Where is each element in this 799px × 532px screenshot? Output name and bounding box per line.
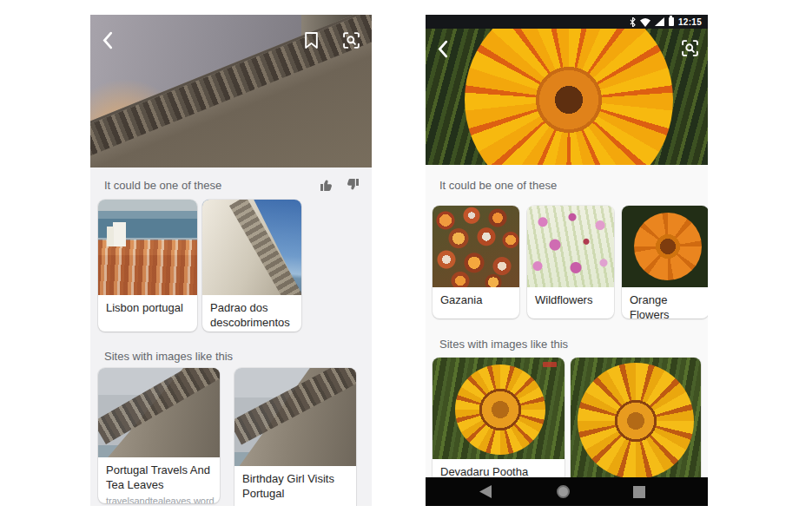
site-domain: travelsandtealeaves.word... <box>98 493 220 503</box>
wildflowers-thumbnail <box>527 206 614 287</box>
visual-search-icon <box>681 39 699 57</box>
suggestion-card-wildflowers[interactable]: Wildflowers <box>527 206 614 319</box>
battery-icon <box>669 17 674 26</box>
card-label: Orange Flowers <box>622 287 708 319</box>
suggestions-heading-row: It could be one of these <box>104 178 360 192</box>
query-image-flower <box>426 29 708 165</box>
gazania-flower-shape <box>465 29 673 165</box>
site-cards-row: Portugal Travels And Tea Leaves travelsa… <box>98 368 356 506</box>
visual-search-button[interactable] <box>342 31 360 53</box>
right-screenshot: 12:15 It could be one of these Gazania <box>426 15 708 506</box>
signal-icon <box>655 17 664 26</box>
suggestion-card-orange-flowers[interactable]: Orange Flowers <box>622 206 708 319</box>
sites-heading: Sites with images like this <box>439 338 568 351</box>
gazania-thumbnail <box>433 206 519 287</box>
suggestions-heading: It could be one of these <box>104 179 221 192</box>
site-thumbnail <box>234 368 356 466</box>
suggestions-heading: It could be one of these <box>439 179 557 192</box>
status-time: 12:15 <box>678 17 702 27</box>
lisbon-thumbnail <box>98 200 197 295</box>
wifi-icon <box>640 17 650 27</box>
sites-heading-row: Sites with images like this <box>439 338 696 351</box>
gazania-flower-shape <box>455 365 545 455</box>
thumbs-down-icon[interactable] <box>346 178 360 192</box>
card-label: Wildflowers <box>527 287 614 308</box>
suggestions-heading-row: It could be one of these <box>439 179 696 192</box>
site-domain: fourthirds-user.com <box>234 502 356 506</box>
church-shape <box>113 222 126 246</box>
thumbs-up-icon[interactable] <box>320 178 333 192</box>
site-thumbnail <box>98 368 220 457</box>
gazania-flower-shape <box>578 363 694 479</box>
feedback-buttons <box>320 178 360 192</box>
back-button[interactable] <box>437 40 448 62</box>
site-title: Birthday Girl Visits Portugal <box>234 466 356 502</box>
sites-heading: Sites with images like this <box>104 350 233 363</box>
site-thumbnail <box>433 358 565 459</box>
chevron-left-icon <box>437 40 448 58</box>
card-label: Padrao dos descobrimentos <box>202 295 301 331</box>
site-card-birthday-girl[interactable]: Birthday Girl Visits Portugal fourthirds… <box>234 368 356 506</box>
back-button[interactable] <box>102 31 113 53</box>
nav-back-button[interactable] <box>479 485 492 498</box>
chevron-left-icon <box>102 31 113 49</box>
site-title: Portugal Travels And Tea Leaves <box>98 457 220 493</box>
suggestion-card-gazania[interactable]: Gazania <box>433 206 519 319</box>
nav-home-button[interactable] <box>557 485 570 498</box>
suggestion-cards-row: Gazania Wildflowers Orange Flowers <box>433 206 708 319</box>
android-nav-bar <box>426 477 708 506</box>
card-label: Gazania <box>433 287 519 308</box>
suggestion-card-padrao[interactable]: Padrao dos descobrimentos <box>202 200 301 332</box>
visual-search-button[interactable] <box>681 39 699 61</box>
visual-search-icon <box>342 31 360 49</box>
image-watermark <box>543 362 557 367</box>
suggestion-cards-row: Lisbon portugal Padrao dos descobrimento… <box>98 200 301 332</box>
query-image-monument <box>90 15 372 167</box>
orange-flower-thumbnail <box>622 206 708 287</box>
left-screenshot: It could be one of these Lisbon portugal… <box>90 15 372 506</box>
rooftops-shape <box>98 240 197 295</box>
site-card-tea-leaves[interactable]: Portugal Travels And Tea Leaves travelsa… <box>98 368 220 503</box>
bookmark-icon <box>305 32 318 49</box>
padrao-thumbnail <box>202 200 301 295</box>
cosmos-flower-shape <box>634 213 702 280</box>
status-bar: 12:15 <box>426 15 708 29</box>
sites-heading-row: Sites with images like this <box>104 350 360 363</box>
nav-recents-button[interactable] <box>633 486 645 498</box>
bookmark-button[interactable] <box>305 32 318 52</box>
card-label: Lisbon portugal <box>98 295 197 316</box>
suggestion-card-lisbon[interactable]: Lisbon portugal <box>98 200 197 332</box>
bluetooth-icon <box>630 17 636 27</box>
